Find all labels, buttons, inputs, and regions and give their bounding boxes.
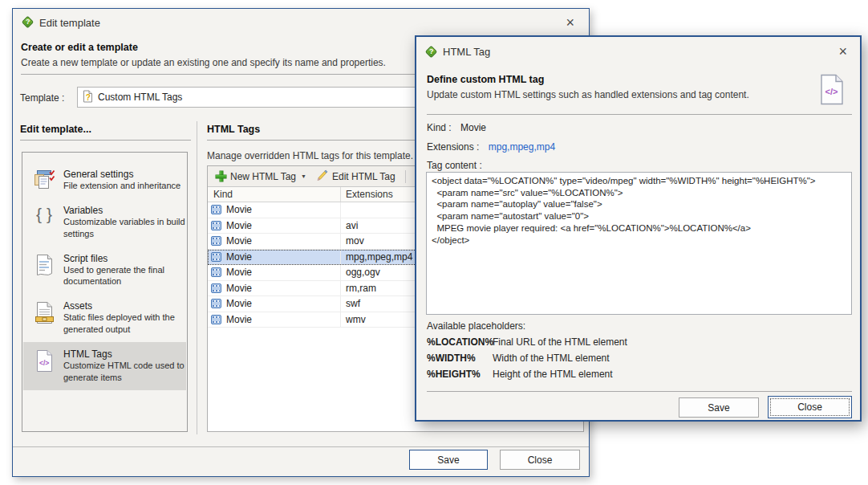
movie-icon [211,236,221,246]
kind-cell: Movie [226,235,252,247]
script-files-icon [31,253,57,277]
html-tags-icon: </> [31,348,57,373]
kind-cell: Movie [226,298,252,309]
dialog-heading: Define custom HTML tag [427,74,544,85]
template-value: Custom HTML Tags [98,92,182,103]
save-button[interactable]: Save [409,450,488,470]
dialog-subheading: Update custom HTML settings such as hand… [427,89,749,100]
sidebar: General settings File extension and inhe… [22,152,188,432]
svg-text:?: ? [86,93,91,102]
placeholders-list: %LOCATION% Final URL of the HTML element… [427,336,627,385]
sidebar-item-general-settings[interactable]: General settings File extension and inhe… [23,162,186,198]
movie-icon [211,299,221,308]
movie-icon [211,267,221,277]
extensions-value[interactable]: mpg,mpeg,mp4 [489,141,555,153]
extensions-row: Extensions : mpg,mpeg,mp4 [427,141,555,153]
sidebar-item-title: Script files [63,253,190,264]
app-logo-icon: ? [424,45,437,58]
sidebar-item-title: HTML Tags [63,348,190,360]
kind-cell: Movie [226,220,252,231]
pencil-icon [316,169,328,183]
page-subtitle: Create a new template or update an exist… [21,57,386,68]
sidebar-header: Edit template... [20,124,91,135]
template-label: Template : [20,92,64,104]
save-button[interactable]: Save [679,397,759,418]
panel-title: HTML Tags [207,124,260,135]
chevron-down-icon: ▼ [301,173,306,179]
toolbar-separator [405,170,406,183]
movie-icon [211,315,221,324]
placeholder-name: %LOCATION% [427,336,493,348]
column-header-kind[interactable]: Kind [208,187,341,202]
html-tag-dialog: ? HTML Tag × Define custom HTML tag Upda… [415,35,862,422]
placeholder-row: %HEIGHT% Height of the HTML element [427,369,627,380]
window-title: Edit template [39,17,100,29]
close-button[interactable]: Close [768,396,852,418]
kind-cell: Movie [226,267,252,278]
kind-cell: Movie [226,314,252,325]
sidebar-item-assets[interactable]: Assets Static files deployed with the ge… [23,294,186,342]
sidebar-item-script-files[interactable]: Script files Used to generate the final … [23,247,186,295]
template-file-icon: ? [83,90,93,105]
kind-row: Kind : Movie [427,122,486,133]
html-tag-icon: </> [820,74,844,108]
app-logo-icon: ? [21,15,34,28]
sidebar-item-variables[interactable]: { } Variables Customizable variables in … [23,198,186,247]
close-button[interactable]: Close [500,450,580,470]
movie-icon [211,221,221,230]
placeholder-row: %LOCATION% Final URL of the HTML element [427,336,627,348]
plus-icon [216,171,226,181]
edit-html-tag-button[interactable]: Edit HTML Tag [314,168,398,185]
movie-icon [211,252,221,262]
kind-cell: Movie [226,204,252,215]
dialog-header-divider [427,114,852,115]
placeholders-header: Available placeholders: [427,320,525,332]
kind-cell: Movie [226,251,252,263]
footer-divider [13,446,589,447]
tag-content-textarea[interactable]: <object data="%LOCATION%" type="video/mp… [426,172,852,315]
sidebar-item-subtitle: Customizable variables in build settings [63,216,190,240]
panel-divider [197,121,197,434]
assets-icon [31,300,57,324]
dialog-title: HTML Tag [443,46,490,58]
kind-cell: Movie [226,283,252,294]
close-icon[interactable]: × [838,46,847,57]
sidebar-item-title: Variables [63,205,190,216]
placeholder-name: %HEIGHT% [427,369,493,380]
svg-text:</>: </> [39,358,49,366]
placeholder-row: %WIDTH% Width of the HTML element [427,353,627,364]
close-icon[interactable]: × [566,17,574,28]
sidebar-item-html-tags[interactable]: </> HTML Tags Customize HTML code used t… [23,342,186,390]
svg-text:</>: </> [825,87,838,96]
page-title: Create or edit a template [21,42,138,53]
variables-icon: { } [31,205,57,223]
placeholder-description: Width of the HTML element [493,353,610,364]
panel-subtitle: Manage overridden HTML tags for this tem… [207,150,413,161]
sidebar-header-underline [20,140,191,141]
movie-icon [211,205,221,214]
sidebar-item-subtitle: File extension and inheritance [63,180,190,192]
placeholder-description: Final URL of the HTML element [493,336,627,348]
placeholder-description: Height of the HTML element [493,369,613,380]
placeholder-name: %WIDTH% [427,353,493,364]
extensions-label: Extensions : [427,141,479,153]
general-settings-icon [31,169,57,191]
sidebar-item-title: Assets [63,300,190,312]
new-html-tag-button[interactable]: New HTML Tag ▼ [213,169,309,184]
sidebar-item-subtitle: Used to generate the final documentation [63,264,190,288]
dialog-footer-divider [427,391,852,392]
sidebar-item-subtitle: Customize HTML code used to generate ite… [63,360,190,384]
movie-icon [211,283,221,293]
kind-label: Kind : [427,122,452,133]
sidebar-item-subtitle: Static files deployed with the generated… [63,312,190,336]
kind-value: Movie [460,122,486,133]
tag-content-label: Tag content : [427,160,482,171]
sidebar-item-title: General settings [63,169,190,180]
